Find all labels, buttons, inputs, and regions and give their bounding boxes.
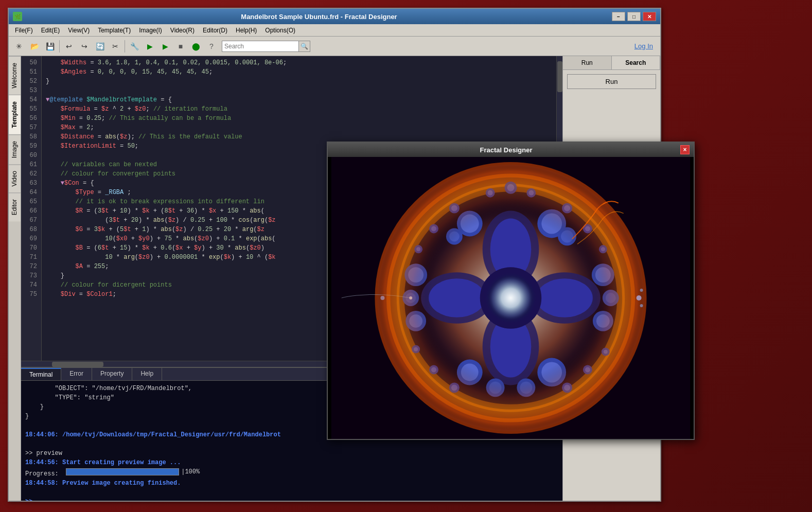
svg-point-80 (380, 296, 384, 300)
code-line-58: $Distance = abs($z); // This is the defa… (46, 132, 552, 142)
sidebar-item-template[interactable]: Template (9, 95, 21, 134)
search-box: 🔍 (222, 41, 310, 52)
menu-help[interactable]: Help(H) (232, 26, 261, 35)
menu-video[interactable]: Video(R) (166, 26, 199, 35)
toolbar-help-btn[interactable]: ? (204, 39, 219, 54)
menu-editor[interactable]: Editor(D) (199, 26, 232, 35)
fractal-title-bar: Fractal Designer × (328, 143, 694, 157)
term-line-8: >> preview (25, 449, 558, 458)
toolbar-new-btn[interactable]: ✳ (12, 39, 26, 54)
progress-bar (66, 468, 179, 475)
sidebar-item-video[interactable]: Video (9, 164, 21, 192)
right-tab-run[interactable]: Run (563, 56, 612, 69)
separator-2 (125, 40, 125, 52)
side-tabs: Welcome Template Image Video Editor (9, 56, 21, 501)
sidebar-item-editor[interactable]: Editor (9, 192, 21, 221)
code-line-50: $Widths = 3.6, 1.8, 1, 0.4, 0.1, 0.02, 0… (46, 58, 552, 67)
progress-label: |100% (181, 467, 200, 476)
sidebar-item-welcome[interactable]: Welcome (9, 56, 21, 95)
title-bar: 🌿 Mandelbrot Sample Ubuntu.frd - Fractal… (9, 9, 660, 24)
menu-image[interactable]: Image(I) (135, 26, 166, 35)
term-line-progress: Progress: |100% (25, 467, 558, 479)
code-line-57: $Max = 2; (46, 123, 552, 132)
close-button[interactable]: ✕ (643, 12, 656, 21)
toolbar-redo-btn[interactable]: ↪ (77, 39, 92, 54)
code-line-52: } (46, 77, 552, 86)
menu-options[interactable]: Options(O) (261, 26, 299, 35)
toolbar-preview-btn[interactable]: ⬤ (189, 39, 203, 54)
tab-help[interactable]: Help (132, 368, 162, 380)
code-line-51: $Angles = 0, 0, 0, 0, 15, 45, 45, 45, 45… (46, 67, 552, 77)
tab-property[interactable]: Property (92, 368, 132, 380)
right-tab-search[interactable]: Search (612, 56, 661, 69)
line-numbers: 50 51 52 53 54 55 56 57 58 59 60 61 62 6… (21, 56, 42, 361)
run-button[interactable]: Run (567, 74, 656, 89)
toolbar-wrench-btn[interactable]: 🔧 (127, 39, 142, 54)
fractal-title: Fractal Designer (332, 146, 680, 154)
term-line-7 (25, 439, 558, 449)
term-line-11: 18:44:58: Preview image creating finishe… (25, 479, 558, 488)
toolbar: ✳ 📂 💾 ↩ ↪ 🔄 ✂ 🔧 ▶ ▶ ■ ⬤ ? 🔍 Log In (9, 37, 660, 56)
toolbar-refresh-btn[interactable]: 🔄 (93, 39, 107, 54)
svg-point-78 (640, 289, 643, 292)
tab-terminal[interactable]: Terminal (21, 368, 61, 380)
fractal-image (328, 157, 694, 439)
fractal-close-button[interactable]: × (680, 145, 690, 154)
menu-edit[interactable]: Edit(E) (37, 26, 64, 35)
toolbar-run-btn[interactable]: ▶ (143, 39, 157, 54)
window-controls: − □ ✕ (612, 12, 656, 21)
menu-view[interactable]: View(V) (64, 26, 94, 35)
code-line-56: $Min = 0.25; // This actually can be a f… (46, 114, 552, 123)
term-prompt: >> (25, 497, 558, 501)
separator-1 (59, 40, 60, 52)
maximize-button[interactable]: □ (627, 12, 641, 21)
search-input[interactable] (222, 41, 299, 52)
svg-point-76 (488, 275, 534, 321)
code-line-55: $Formula = $z ^ 2 + $z0; // iteration fo… (46, 104, 552, 114)
code-line-53 (46, 86, 552, 95)
menu-bar: File(F) Edit(E) View(V) Template(T) Imag… (9, 24, 660, 37)
toolbar-undo-btn[interactable]: ↩ (62, 39, 76, 54)
right-panel-content: Run (563, 70, 660, 96)
sidebar-item-image[interactable]: Image (9, 134, 21, 164)
toolbar-open-btn[interactable]: 📂 (27, 39, 42, 54)
svg-point-79 (640, 304, 643, 307)
fractal-content (328, 157, 694, 439)
term-line-12 (25, 488, 558, 497)
menu-file[interactable]: File(F) (11, 26, 37, 35)
right-panel-tabs: Run Search (563, 56, 660, 70)
search-icon[interactable]: 🔍 (299, 41, 310, 52)
window-title: Mandelbrot Sample Ubuntu.frd - Fractal D… (26, 13, 612, 21)
menu-template[interactable]: Template(T) (94, 26, 135, 35)
app-icon: 🌿 (13, 12, 22, 21)
fractal-designer-window: Fractal Designer × (327, 142, 695, 440)
toolbar-cut-btn[interactable]: ✂ (108, 39, 122, 54)
toolbar-run2-btn[interactable]: ▶ (158, 39, 172, 54)
minimize-button[interactable]: − (612, 12, 625, 21)
svg-point-77 (637, 295, 642, 301)
toolbar-stop-btn[interactable]: ■ (173, 39, 188, 54)
tab-error[interactable]: Error (61, 368, 92, 380)
term-line-9: 18:44:56: Start creating preview image .… (25, 458, 558, 467)
code-line-54: ▼@template $MandelbrotTemplate = { (46, 95, 552, 104)
progress-bar-container: |100% (66, 467, 200, 476)
login-button[interactable]: Log In (630, 41, 657, 51)
toolbar-save-btn[interactable]: 💾 (43, 39, 57, 54)
